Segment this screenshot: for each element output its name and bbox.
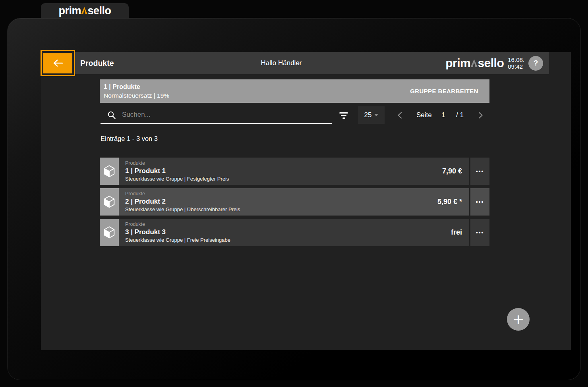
product-details: Steuerklasse wie Gruppe | Freie Preisein… (125, 237, 451, 243)
next-page-button[interactable] (477, 112, 484, 119)
entries-summary: Einträge 1 - 3 von 3 (101, 135, 158, 142)
filter-button[interactable] (336, 110, 352, 121)
datetime-display: 16.08. 09:42 (508, 56, 524, 70)
header-right-cluster: primsello 16.08. 09:42 ? (445, 52, 543, 74)
product-category: Produkte (125, 160, 442, 166)
search-input[interactable] (101, 106, 332, 123)
product-price: 5,90 € * (437, 188, 469, 216)
ellipsis-icon: ••• (476, 229, 484, 236)
product-category: Produkte (125, 191, 437, 197)
brand-caret-icon (81, 7, 87, 14)
product-list: Produkte 1 | Produkt 1 Steuerklasse wie … (100, 158, 489, 249)
chevron-down-icon (374, 114, 378, 116)
greeting-text: Hallo Händler (242, 52, 321, 74)
plus-icon: + (512, 312, 524, 327)
app-screen: Produkte Hallo Händler primsello 16.08. … (41, 52, 571, 350)
product-row[interactable]: Produkte 2 | Produkt 2 Steuerklasse wie … (100, 188, 489, 216)
product-details: Steuerklasse wie Gruppe | Festgelegter P… (125, 175, 442, 182)
product-icon-cell (100, 219, 119, 246)
back-button-focus-ring (41, 50, 75, 76)
prev-page-button[interactable] (397, 112, 403, 119)
help-button[interactable]: ? (528, 56, 543, 71)
product-price: frei (451, 219, 469, 246)
edit-group-button[interactable]: GRUPPE BEARBEITEN (410, 79, 478, 103)
page-size-select[interactable]: 25 (358, 106, 385, 124)
ellipsis-icon: ••• (476, 199, 484, 205)
logo-text-prefix: prim (59, 5, 81, 17)
page-size-value: 25 (364, 111, 372, 119)
cube-icon (103, 196, 115, 208)
time-text: 09:42 (508, 63, 524, 70)
product-title: 2 | Produkt 2 (125, 197, 437, 206)
search-icon (107, 111, 116, 119)
search-field-wrap (101, 106, 332, 124)
product-row[interactable]: Produkte 3 | Produkt 3 Steuerklasse wie … (100, 219, 489, 246)
current-page: 1 (441, 111, 445, 119)
brand-caret-icon (471, 59, 478, 67)
chevron-left-icon (397, 112, 403, 119)
filter-lines-icon (339, 112, 348, 114)
row-menu-button[interactable]: ••• (470, 158, 489, 185)
question-mark-icon: ? (534, 59, 538, 67)
product-row[interactable]: Produkte 1 | Produkt 1 Steuerklasse wie … (100, 158, 489, 185)
total-pages: / 1 (456, 111, 464, 119)
cube-icon (103, 165, 115, 178)
date-text: 16.08. (508, 56, 524, 63)
product-title: 1 | Produkt 1 (125, 166, 442, 175)
product-category: Produkte (125, 221, 451, 227)
primasello-logo-header: primsello (445, 56, 504, 70)
product-details: Steuerklasse wie Gruppe | Überschreibbar… (125, 206, 437, 213)
pagination: Seite 1 / 1 (391, 106, 530, 124)
primasello-logo: primsello (59, 5, 111, 17)
brand-tab: primsello (41, 3, 129, 18)
chevron-right-icon (477, 112, 484, 119)
product-icon-cell (100, 158, 119, 185)
back-button[interactable] (43, 53, 72, 73)
product-icon-cell (100, 188, 119, 216)
logo-text-prefix: prim (445, 56, 470, 69)
row-menu-button[interactable]: ••• (470, 188, 489, 216)
logo-text-suffix: sello (478, 56, 504, 69)
page-label: Seite (416, 111, 432, 119)
arrow-left-icon (52, 58, 64, 68)
app-window: primsello Produkte Hallo Händler primsel… (0, 0, 588, 387)
ellipsis-icon: ••• (476, 168, 484, 175)
logo-text-suffix: sello (87, 5, 111, 17)
header-bar: Produkte Hallo Händler primsello 16.08. … (41, 52, 549, 74)
cube-icon (103, 226, 115, 239)
product-price: 7,90 € (442, 158, 469, 185)
group-header-bar: 1 | Produkte Normalsteuersatz | 19% GRUP… (100, 79, 489, 103)
row-menu-button[interactable]: ••• (470, 219, 489, 246)
page-title: Produkte (80, 52, 114, 74)
product-title: 3 | Produkt 3 (125, 227, 451, 237)
add-product-button[interactable]: + (507, 308, 530, 331)
